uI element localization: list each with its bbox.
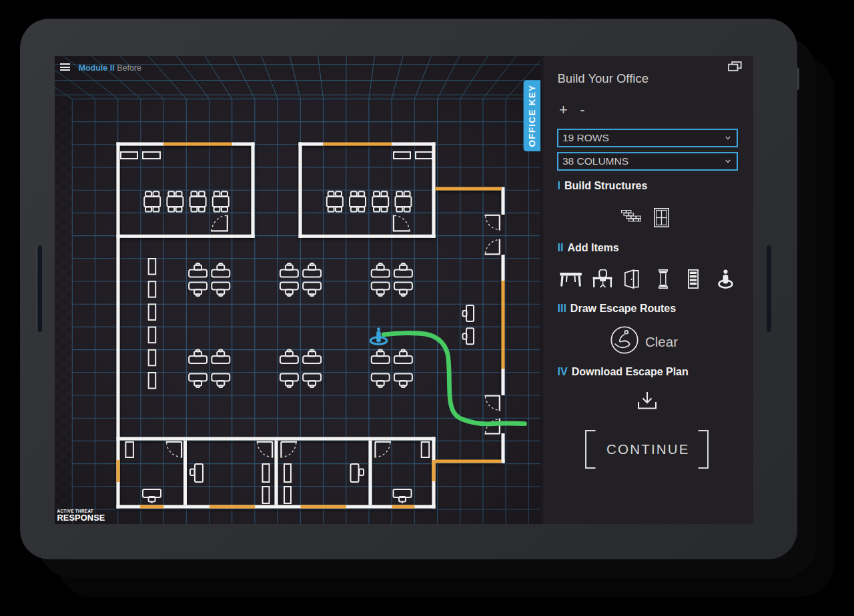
svg-text:OFFICE KEY: OFFICE KEY — [527, 85, 537, 147]
